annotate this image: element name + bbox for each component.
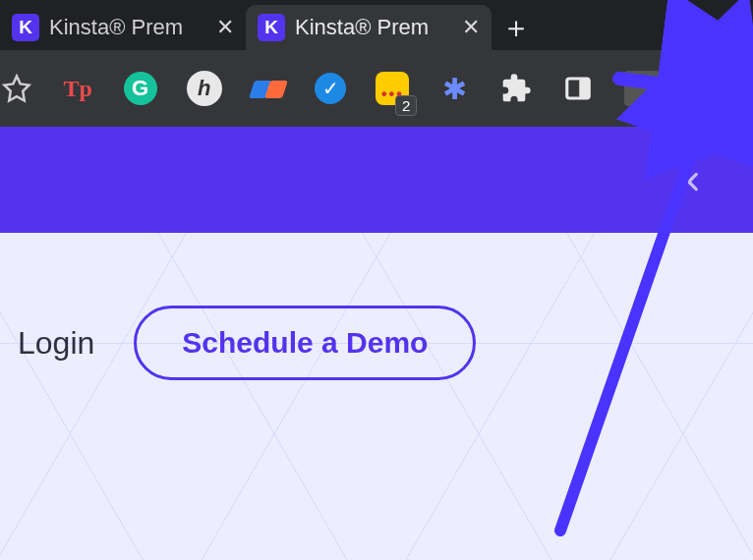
extensions-button[interactable] [500,71,533,106]
site-header-band [0,127,753,233]
extension-grammarly[interactable]: G [124,71,157,106]
puzzle-icon [500,73,532,104]
chevron-left-icon[interactable] [680,162,706,210]
tab-title: Kinsta® Prem [295,15,452,40]
extension-tp[interactable]: Tp [62,71,94,106]
tab-title: Kinsta® Prem [49,15,206,40]
schedule-demo-button[interactable]: Schedule a Demo [134,306,476,380]
grammarly-icon: G [124,72,157,105]
browser-tab-bar: K Kinsta® Prem ✕ K Kinsta® Prem ✕ ＋ [0,0,753,50]
side-panel-icon [563,74,593,103]
extension-badge: 2 [395,95,417,116]
new-tab-button[interactable]: ＋ [492,5,541,50]
chevron-down-icon [711,15,736,40]
svg-rect-1 [579,79,589,98]
close-icon[interactable]: ✕ [216,15,234,40]
kebab-dot [727,85,733,91]
extension-swoosh[interactable] [252,71,285,106]
side-panel-button[interactable] [562,71,595,106]
extension-check[interactable]: ✓ [315,71,347,106]
cta-row: Login Schedule a Demo [18,306,476,380]
page-body: Login Schedule a Demo [0,233,753,560]
account-button[interactable] [624,71,660,106]
kinsta-favicon: K [12,14,39,41]
login-link[interactable]: Login [18,325,94,362]
browser-toolbar: Tp G h ✓ ••• 2 ✱ [0,50,753,127]
close-icon[interactable]: ✕ [462,15,480,40]
bookmark-star-icon[interactable] [2,72,32,105]
kebab-dot [727,75,733,81]
account-avatar [624,71,660,106]
honey-icon: h [187,71,222,106]
loader-icon: ✱ [442,72,467,106]
extension-loader[interactable]: ✱ [438,71,471,106]
background-grid [0,233,753,560]
extension-lastpass[interactable]: ••• 2 [376,71,409,106]
swoosh-icon [252,79,285,98]
kinsta-favicon: K [258,14,285,41]
chrome-menu-button[interactable] [719,71,743,106]
browser-tab[interactable]: K Kinsta® Prem ✕ [0,5,246,50]
browser-tab[interactable]: K Kinsta® Prem ✕ [246,5,492,50]
kebab-dot [727,96,733,102]
extension-honey[interactable]: h [187,71,222,106]
tab-overflow-button[interactable] [694,5,753,50]
tp-icon: Tp [64,76,92,102]
checkmark-icon: ✓ [315,73,346,104]
